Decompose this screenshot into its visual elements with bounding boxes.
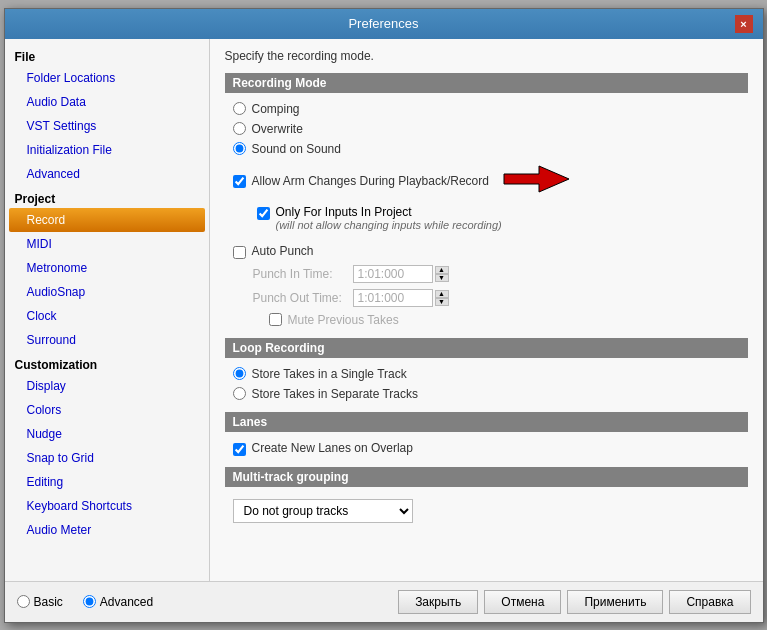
- mute-previous-label: Mute Previous Takes: [288, 313, 399, 327]
- lanes-header: Lanes: [225, 412, 748, 432]
- basic-radio-option[interactable]: Basic: [17, 595, 63, 609]
- multi-track-section: Multi-track grouping Do not group tracks…: [225, 467, 748, 529]
- advanced-radio[interactable]: [83, 595, 96, 608]
- help-button[interactable]: Справка: [669, 590, 750, 614]
- punch-in-label: Punch In Time:: [253, 267, 353, 281]
- create-lanes-option[interactable]: Create New Lanes on Overlap: [225, 438, 748, 459]
- sidebar-item-editing[interactable]: Editing: [5, 470, 209, 494]
- allow-arm-option[interactable]: Allow Arm Changes During Playback/Record: [225, 159, 748, 203]
- sidebar-item-folder-locations[interactable]: Folder Locations: [5, 66, 209, 90]
- radio-sos-label: Sound on Sound: [252, 142, 341, 156]
- recording-mode-section: Recording Mode Comping Overwrite Sound o…: [225, 73, 748, 233]
- sidebar-item-vst-settings[interactable]: VST Settings: [5, 114, 209, 138]
- radio-single-track-label: Store Takes in a Single Track: [252, 367, 407, 381]
- close-button[interactable]: ×: [735, 15, 753, 33]
- sidebar-item-record[interactable]: Record: [9, 208, 205, 232]
- sidebar-group-customization: Customization Display Colors Nudge Snap …: [5, 352, 209, 542]
- punch-out-up[interactable]: ▲: [435, 290, 449, 298]
- sidebar-item-nudge[interactable]: Nudge: [5, 422, 209, 446]
- punch-in-spinner: ▲ ▼: [435, 266, 449, 282]
- radio-single-track-input[interactable]: [233, 367, 246, 380]
- only-for-inputs-option[interactable]: Only For Inputs In Project (will not all…: [249, 203, 748, 233]
- auto-punch-label: Auto Punch: [252, 244, 314, 258]
- punch-in-row: Punch In Time: ▲ ▼: [225, 262, 748, 286]
- auto-punch-section: Auto Punch Punch In Time: ▲ ▼ Punch Out …: [225, 241, 748, 330]
- sidebar-item-colors[interactable]: Colors: [5, 398, 209, 422]
- preferences-dialog: Preferences × File Folder Locations Audi…: [4, 8, 764, 623]
- title-bar: Preferences ×: [5, 9, 763, 39]
- loop-recording-section: Loop Recording Store Takes in a Single T…: [225, 338, 748, 404]
- radio-single-track[interactable]: Store Takes in a Single Track: [225, 364, 748, 384]
- only-for-inputs-checkbox[interactable]: [257, 207, 270, 220]
- mute-previous-checkbox[interactable]: [269, 313, 282, 326]
- sidebar-item-audio-meter[interactable]: Audio Meter: [5, 518, 209, 542]
- sidebar-item-audiosnap[interactable]: AudioSnap: [5, 280, 209, 304]
- svg-marker-0: [504, 166, 569, 192]
- sidebar-item-clock[interactable]: Clock: [5, 304, 209, 328]
- dialog-footer: Basic Advanced Закрыть Отмена Применить …: [5, 581, 763, 622]
- sidebar-item-midi[interactable]: MIDI: [5, 232, 209, 256]
- sidebar-item-snap-to-grid[interactable]: Snap to Grid: [5, 446, 209, 470]
- close-button-footer[interactable]: Закрыть: [398, 590, 478, 614]
- multi-track-dropdown-row: Do not group tracks Group tracks Group o…: [225, 493, 748, 529]
- sidebar-item-keyboard-shortcuts[interactable]: Keyboard Shortcuts: [5, 494, 209, 518]
- sidebar-item-display[interactable]: Display: [5, 374, 209, 398]
- only-for-inputs-sub: (will not allow changing inputs while re…: [276, 219, 502, 231]
- radio-separate-tracks[interactable]: Store Takes in Separate Tracks: [225, 384, 748, 404]
- customization-group-label: Customization: [5, 352, 209, 374]
- auto-punch-checkbox[interactable]: [233, 246, 246, 259]
- punch-out-label: Punch Out Time:: [253, 291, 353, 305]
- allow-arm-checkbox[interactable]: [233, 175, 246, 188]
- dialog-title: Preferences: [33, 16, 735, 31]
- sidebar-item-metronome[interactable]: Metronome: [5, 256, 209, 280]
- punch-in-input[interactable]: [353, 265, 433, 283]
- footer-left: Basic Advanced: [17, 595, 154, 609]
- advanced-label: Advanced: [100, 595, 153, 609]
- create-lanes-label: Create New Lanes on Overlap: [252, 441, 413, 455]
- basic-label: Basic: [34, 595, 63, 609]
- create-lanes-checkbox[interactable]: [233, 443, 246, 456]
- main-content: Specify the recording mode. Recording Mo…: [210, 39, 763, 581]
- radio-sos-input[interactable]: [233, 142, 246, 155]
- sidebar-item-surround[interactable]: Surround: [5, 328, 209, 352]
- allow-arm-label: Allow Arm Changes During Playback/Record: [252, 174, 489, 188]
- radio-separate-tracks-input[interactable]: [233, 387, 246, 400]
- radio-comping-input[interactable]: [233, 102, 246, 115]
- punch-out-input[interactable]: [353, 289, 433, 307]
- only-for-inputs-label: Only For Inputs In Project: [276, 205, 502, 219]
- radio-separate-tracks-label: Store Takes in Separate Tracks: [252, 387, 419, 401]
- apply-button[interactable]: Применить: [567, 590, 663, 614]
- advanced-radio-option[interactable]: Advanced: [83, 595, 153, 609]
- sidebar-item-audio-data[interactable]: Audio Data: [5, 90, 209, 114]
- recording-mode-header: Recording Mode: [225, 73, 748, 93]
- punch-out-spinner: ▲ ▼: [435, 290, 449, 306]
- radio-comping-label: Comping: [252, 102, 300, 116]
- instruction-text: Specify the recording mode.: [225, 49, 748, 63]
- radio-overwrite-input[interactable]: [233, 122, 246, 135]
- radio-comping[interactable]: Comping: [225, 99, 748, 119]
- radio-overwrite-label: Overwrite: [252, 122, 303, 136]
- multi-track-dropdown[interactable]: Do not group tracks Group tracks Group o…: [233, 499, 413, 523]
- red-arrow-icon: [499, 162, 569, 200]
- dialog-body: File Folder Locations Audio Data VST Set…: [5, 39, 763, 581]
- mute-previous-row[interactable]: Mute Previous Takes: [225, 310, 748, 330]
- sidebar-group-file: File Folder Locations Audio Data VST Set…: [5, 44, 209, 186]
- multi-track-header: Multi-track grouping: [225, 467, 748, 487]
- project-group-label: Project: [5, 186, 209, 208]
- loop-recording-header: Loop Recording: [225, 338, 748, 358]
- sidebar-group-project: Project Record MIDI Metronome AudioSnap …: [5, 186, 209, 352]
- sidebar-item-initialization-file[interactable]: Initialization File: [5, 138, 209, 162]
- sidebar-item-advanced-file[interactable]: Advanced: [5, 162, 209, 186]
- auto-punch-option[interactable]: Auto Punch: [225, 241, 748, 262]
- lanes-section: Lanes Create New Lanes on Overlap: [225, 412, 748, 459]
- radio-sound-on-sound[interactable]: Sound on Sound: [225, 139, 748, 159]
- radio-overwrite[interactable]: Overwrite: [225, 119, 748, 139]
- cancel-button[interactable]: Отмена: [484, 590, 561, 614]
- file-group-label: File: [5, 44, 209, 66]
- basic-radio[interactable]: [17, 595, 30, 608]
- punch-out-row: Punch Out Time: ▲ ▼: [225, 286, 748, 310]
- punch-in-down[interactable]: ▼: [435, 274, 449, 282]
- punch-in-up[interactable]: ▲: [435, 266, 449, 274]
- footer-right: Закрыть Отмена Применить Справка: [398, 590, 750, 614]
- punch-out-down[interactable]: ▼: [435, 298, 449, 306]
